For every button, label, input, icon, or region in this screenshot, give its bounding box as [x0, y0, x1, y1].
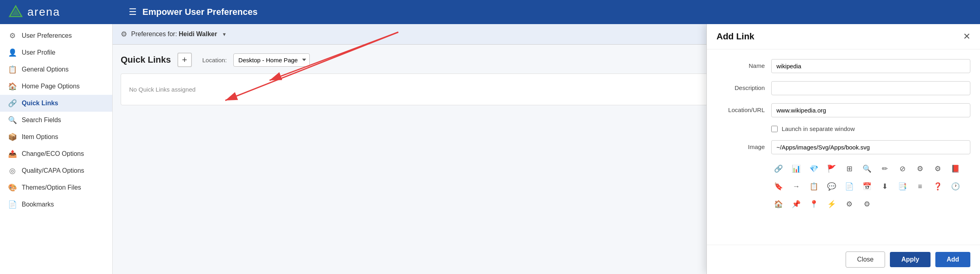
bookmarks-icon: 📄 — [8, 200, 17, 209]
name-row: Name — [716, 59, 970, 73]
sidebar-item-label: Item Options — [22, 133, 58, 141]
icon-gear3[interactable]: ⚙ — [842, 197, 856, 211]
icon-bolt[interactable]: ⚡ — [824, 197, 839, 211]
icon-gear2[interactable]: ⚙ — [931, 162, 945, 176]
image-input[interactable] — [771, 140, 970, 154]
home-page-options-icon: 🏠 — [8, 82, 17, 91]
sidebar-item-label: Quick Links — [22, 100, 58, 107]
add-quick-link-button[interactable]: + — [177, 53, 192, 67]
icon-clipboard[interactable]: 📋 — [807, 179, 821, 194]
launch-separate-window-row: Launch in separate window — [771, 125, 970, 132]
top-bar: arena ☰ Empower User Preferences — [0, 0, 980, 24]
sidebar-item-user-profile[interactable]: 👤 User Profile — [0, 44, 112, 61]
sidebar-item-bookmarks[interactable]: 📄 Bookmarks — [0, 196, 112, 213]
icon-help[interactable]: ❓ — [931, 179, 945, 194]
nav-title: Empower User Preferences — [142, 7, 257, 17]
section-title: Quick Links — [121, 55, 171, 65]
icon-book[interactable]: 📕 — [948, 162, 963, 176]
icon-pin[interactable]: 📌 — [789, 197, 803, 211]
image-row: Image 🔗 📊 💎 🚩 ⊞ 🔍 ✏ ⊘ ⚙ ⚙ 📕 — [716, 140, 970, 211]
icon-doc[interactable]: 📄 — [842, 179, 856, 194]
add-link-dialog: Add Link ✕ Name Description Location/URL… — [706, 24, 980, 274]
dialog-close-x-button[interactable]: ✕ — [963, 32, 970, 41]
sidebar-item-label: User Profile — [22, 49, 56, 56]
icon-report[interactable]: 📑 — [895, 179, 910, 194]
icon-grid: 🔗 📊 💎 🚩 ⊞ 🔍 ✏ ⊘ ⚙ ⚙ 📕 🔖 → 📋 — [771, 162, 970, 211]
icon-calendar[interactable]: 📅 — [860, 179, 874, 194]
sidebar-item-label: Quality/CAPA Options — [22, 167, 84, 174]
location-select[interactable]: Desktop - Home Page Mobile - Home Page D… — [233, 53, 310, 67]
icon-home[interactable]: 🏠 — [771, 197, 786, 211]
icon-cancel[interactable]: ⊘ — [895, 162, 910, 176]
dialog-footer: Close Apply Add — [707, 245, 980, 274]
sidebar-item-themes-option-files[interactable]: 🎨 Themes/Option Files — [0, 179, 112, 196]
icon-flag[interactable]: 🚩 — [824, 162, 839, 176]
preferences-dropdown-chevron[interactable]: ▾ — [223, 31, 226, 37]
name-input[interactable] — [771, 59, 970, 73]
sidebar-item-label: General Options — [22, 66, 69, 73]
icon-chart[interactable]: 📊 — [789, 162, 803, 176]
icon-gear1[interactable]: ⚙ — [913, 162, 927, 176]
icon-location[interactable]: 📍 — [807, 197, 821, 211]
user-profile-icon: 👤 — [8, 48, 17, 57]
preferences-for-text: Preferences for: Heidi Walker — [131, 31, 217, 38]
location-url-input[interactable] — [771, 103, 970, 117]
description-row: Description — [716, 81, 970, 95]
sidebar-item-user-preferences[interactable]: ⚙ User Preferences — [0, 27, 112, 44]
sidebar-item-label: Change/ECO Options — [22, 150, 84, 157]
launch-separate-checkbox[interactable] — [771, 126, 778, 132]
sidebar: ⚙ User Preferences 👤 User Profile 📋 Gene… — [0, 24, 113, 274]
location-label: Location: — [202, 57, 227, 63]
logo-text: arena — [27, 6, 60, 18]
sidebar-item-quality-capa-options[interactable]: ◎ Quality/CAPA Options — [0, 162, 112, 179]
logo-area: arena — [8, 4, 121, 20]
close-button[interactable]: Close — [846, 252, 885, 268]
icon-clock[interactable]: 🕐 — [948, 179, 963, 194]
location-url-label: Location/URL — [716, 103, 765, 113]
sidebar-item-label: Search Fields — [22, 117, 61, 124]
sidebar-item-label: User Preferences — [22, 32, 72, 39]
no-links-text: No Quick Links assigned — [129, 86, 196, 93]
icon-gem[interactable]: 💎 — [807, 162, 821, 176]
sidebar-item-home-page-options[interactable]: 🏠 Home Page Options — [0, 78, 112, 95]
sidebar-item-search-fields[interactable]: 🔍 Search Fields — [0, 112, 112, 129]
dialog-body: Name Description Location/URL Launch in … — [707, 49, 980, 245]
description-input[interactable] — [771, 81, 970, 95]
icon-bookmark[interactable]: 🔖 — [771, 179, 786, 194]
dialog-header: Add Link ✕ — [707, 24, 980, 49]
main-layout: ⚙ User Preferences 👤 User Profile 📋 Gene… — [0, 24, 980, 274]
icon-download[interactable]: ⬇ — [877, 179, 892, 194]
general-options-icon: 📋 — [8, 65, 17, 74]
name-label: Name — [716, 59, 765, 69]
icon-list[interactable]: ≡ — [913, 179, 927, 194]
nav-title-area: ☰ Empower User Preferences — [129, 7, 257, 17]
arena-logo-icon — [8, 4, 23, 20]
sidebar-item-item-options[interactable]: 📦 Item Options — [0, 129, 112, 145]
icon-link[interactable]: 🔗 — [771, 162, 786, 176]
item-options-icon: 📦 — [8, 133, 17, 141]
sidebar-item-label: Home Page Options — [22, 83, 80, 90]
dialog-title: Add Link — [716, 31, 754, 42]
location-url-row: Location/URL — [716, 103, 970, 117]
image-label: Image — [716, 140, 765, 150]
icon-grid-sq[interactable]: ⊞ — [842, 162, 856, 176]
hamburger-icon[interactable]: ☰ — [129, 7, 137, 17]
themes-icon: 🎨 — [8, 183, 17, 192]
sidebar-item-quick-links[interactable]: 🔗 Quick Links — [0, 95, 112, 112]
launch-separate-label[interactable]: Launch in separate window — [782, 125, 855, 132]
icon-gear4[interactable]: ⚙ — [860, 197, 874, 211]
header-gear-icon: ⚙ — [121, 30, 127, 39]
description-label: Description — [716, 81, 765, 91]
icon-arrow-right[interactable]: → — [789, 179, 803, 194]
change-eco-icon: 📤 — [8, 149, 17, 158]
user-preferences-icon: ⚙ — [8, 31, 17, 40]
icon-chat[interactable]: 💬 — [824, 179, 839, 194]
icon-search[interactable]: 🔍 — [860, 162, 874, 176]
add-button[interactable]: Add — [935, 252, 970, 267]
sidebar-item-change-eco-options[interactable]: 📤 Change/ECO Options — [0, 145, 112, 162]
icon-edit[interactable]: ✏ — [877, 162, 892, 176]
sidebar-item-label: Bookmarks — [22, 201, 54, 208]
apply-button[interactable]: Apply — [890, 252, 930, 267]
sidebar-item-label: Themes/Option Files — [22, 184, 81, 191]
sidebar-item-general-options[interactable]: 📋 General Options — [0, 61, 112, 78]
